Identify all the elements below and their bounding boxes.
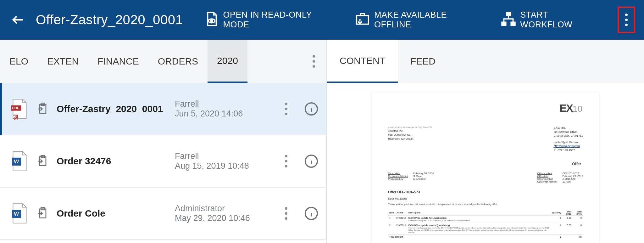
back-button[interactable] bbox=[9, 11, 27, 29]
breadcrumb-more-button[interactable] bbox=[301, 40, 326, 83]
breadcrumb-row: ELO EXTEN FINANCE ORDERS 2020 bbox=[0, 40, 326, 83]
offer-table: Item Article Description Quantity Unit p… bbox=[388, 210, 583, 239]
info-button[interactable] bbox=[303, 205, 319, 222]
list-item-more-button[interactable] bbox=[280, 152, 292, 171]
breadcrumb-2020[interactable]: 2020 bbox=[208, 40, 247, 83]
word-icon: W bbox=[9, 150, 29, 172]
page-title: Offer-Zastry_2020_0001 bbox=[36, 12, 183, 27]
svg-rect-3 bbox=[507, 12, 511, 15]
dear-line: Dear Ms Zastry bbox=[388, 197, 583, 200]
recipient-name: Allustria Inc. bbox=[388, 129, 432, 133]
list-item-user: Administrator bbox=[175, 204, 225, 213]
clipboard-arrow-icon bbox=[37, 155, 48, 167]
list-item-title: Offer-Zastry_2020_0001 bbox=[57, 104, 163, 114]
preview-logo-sub: 10 bbox=[573, 104, 582, 114]
document-eye-icon bbox=[204, 11, 219, 29]
breadcrumb-exten[interactable]: EXTEN bbox=[38, 40, 88, 83]
breadcrumb-elo[interactable]: ELO bbox=[0, 40, 38, 83]
sender-address: EX10 Inc. 52 Sunwood Drive Charter Oak, … bbox=[553, 126, 583, 152]
start-workflow-button[interactable]: START WORKFLOW bbox=[497, 8, 605, 32]
sender-city: Charter Oak, CA 91711 bbox=[553, 134, 583, 138]
breadcrumb-finance[interactable]: FINANCE bbox=[88, 40, 148, 83]
info-button[interactable] bbox=[303, 101, 319, 117]
preview-logo: EX10 bbox=[559, 102, 582, 114]
svg-rect-2 bbox=[357, 15, 369, 24]
meta-right: Offer number OFF-2016-573 Offer date Feb… bbox=[537, 172, 583, 183]
clipboard-arrow-icon bbox=[37, 207, 48, 220]
more-vertical-icon bbox=[285, 155, 287, 167]
svg-text:PDF: PDF bbox=[12, 106, 19, 110]
more-vertical-icon bbox=[625, 14, 628, 26]
preview-logo-main: EX bbox=[559, 102, 572, 114]
start-workflow-label: START WORKFLOW bbox=[520, 10, 602, 30]
open-readonly-label: OPEN IN READ-ONLY MODE bbox=[223, 10, 340, 30]
list-item-more-button[interactable] bbox=[280, 99, 292, 118]
list-item[interactable]: W Order Cole Administrator May 29, 2020 … bbox=[0, 188, 326, 240]
sender-web: http://www.ex10.com bbox=[553, 144, 583, 148]
list-item[interactable]: W Order 32476 Farrell Aug 15, 2019 10:48 bbox=[0, 135, 326, 188]
tab-content[interactable]: CONTENT bbox=[327, 40, 398, 83]
word-icon: W bbox=[9, 202, 29, 225]
open-readonly-button[interactable]: OPEN IN READ-ONLY MODE bbox=[201, 8, 343, 32]
workflow-icon bbox=[501, 11, 516, 29]
document-list: PDF Offer-Zastry_2020_0001 Farrell bbox=[0, 83, 326, 243]
list-item-date: Jun 5, 2020 14:06 bbox=[175, 109, 243, 119]
svg-point-1 bbox=[211, 20, 213, 22]
sender-name: EX10 Inc. bbox=[553, 126, 583, 130]
meta-left: Order date February 20, 2016 Customer Ad… bbox=[388, 172, 434, 183]
pdf-icon: PDF bbox=[9, 98, 29, 120]
list-item[interactable]: PDF Offer-Zastry_2020_0001 Farrell bbox=[0, 83, 326, 135]
recipient-street: 665 Outrunner St. bbox=[388, 133, 432, 137]
sender-street: 52 Sunwood Drive bbox=[553, 130, 583, 134]
list-item-title: Order Cole bbox=[57, 208, 105, 219]
sender-mail: contact@ex10.com bbox=[553, 140, 583, 144]
recipient-address: e-mail address and recipient • City, Sta… bbox=[388, 126, 432, 152]
more-vertical-icon bbox=[285, 103, 287, 115]
clipboard-arrow-icon bbox=[37, 103, 48, 115]
list-item-more-button[interactable] bbox=[280, 204, 292, 223]
list-item-title: Order 32476 bbox=[57, 156, 111, 167]
svg-rect-5 bbox=[511, 22, 515, 25]
intro-line: Thank you for your interest in our produ… bbox=[388, 203, 583, 206]
document-preview: EX10 e-mail address and recipient • City… bbox=[372, 93, 599, 243]
app-header: Offer-Zastry_2020_0001 OPEN IN READ-ONLY… bbox=[0, 0, 644, 40]
svg-rect-4 bbox=[502, 22, 506, 25]
svg-text:W: W bbox=[14, 211, 19, 217]
header-more-button[interactable] bbox=[618, 7, 635, 33]
briefcase-download-icon bbox=[355, 11, 370, 29]
list-item-user: Farrell bbox=[175, 99, 199, 109]
more-vertical-icon bbox=[313, 55, 315, 68]
recipient-city: Riverport, CA 99634 bbox=[388, 137, 432, 141]
info-button[interactable] bbox=[303, 153, 319, 169]
svg-text:W: W bbox=[14, 159, 19, 165]
list-item-date: Aug 15, 2019 10:48 bbox=[175, 161, 249, 171]
breadcrumb-orders[interactable]: ORDERS bbox=[148, 40, 208, 83]
preview-tabs: CONTENT FEED bbox=[327, 40, 644, 83]
make-offline-button[interactable]: MAKE AVAILABLE OFFLINE bbox=[352, 8, 489, 32]
folder-pane: ELO EXTEN FINANCE ORDERS 2020 PDF bbox=[0, 40, 327, 243]
make-offline-label: MAKE AVAILABLE OFFLINE bbox=[374, 10, 486, 30]
list-item-date: May 29, 2020 10:46 bbox=[175, 213, 250, 223]
preview-pane: CONTENT FEED EX10 e-mail address and rec… bbox=[327, 40, 644, 243]
more-vertical-icon bbox=[285, 207, 287, 220]
offer-number: Offer OFF-2016-573 bbox=[388, 190, 583, 194]
list-item-user: Farrell bbox=[175, 151, 199, 161]
sender-phone: +1 877 123 4567 bbox=[553, 148, 583, 152]
offer-label: Offer bbox=[388, 162, 583, 166]
tab-feed[interactable]: FEED bbox=[398, 40, 448, 83]
